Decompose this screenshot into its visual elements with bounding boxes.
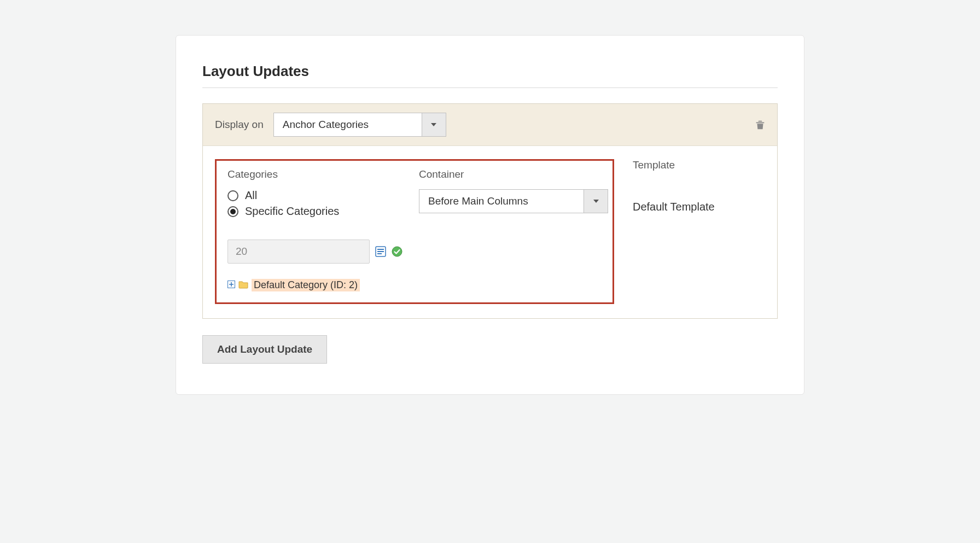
chooser-icon[interactable] [375, 246, 386, 258]
categories-label: Categories [228, 168, 392, 180]
template-value: Default Template [633, 201, 715, 213]
radio-all-label: All [245, 189, 257, 202]
svg-rect-3 [377, 253, 382, 254]
category-id-input[interactable] [228, 240, 370, 264]
folder-icon [238, 280, 248, 291]
template-label: Template [633, 159, 715, 171]
container-value: Before Main Columns [419, 190, 584, 213]
category-tree-node[interactable]: Default Category (ID: 2) [228, 279, 392, 291]
categories-column: Categories All Specific Categories [228, 168, 392, 291]
svg-point-4 [392, 247, 402, 256]
trash-icon[interactable] [753, 118, 767, 132]
svg-rect-1 [377, 249, 384, 250]
radio-specific[interactable]: Specific Categories [228, 205, 392, 218]
container-select[interactable]: Before Main Columns [419, 189, 608, 213]
display-on-label: Display on [215, 119, 264, 131]
divider [202, 87, 778, 88]
chevron-down-icon[interactable] [584, 190, 608, 213]
radio-icon [228, 190, 238, 201]
layout-update-body: Categories All Specific Categories [203, 146, 777, 318]
section-title: Layout Updates [202, 63, 778, 87]
layout-update-header: Display on Anchor Categories [203, 104, 777, 146]
check-circle-icon[interactable] [392, 246, 402, 258]
category-id-row [228, 240, 392, 264]
tree-node-label: Default Category (ID: 2) [252, 279, 360, 291]
template-column: Template Default Template [614, 159, 715, 304]
add-layout-update-button[interactable]: Add Layout Update [202, 335, 327, 364]
radio-icon [228, 206, 238, 217]
container-column: Container Before Main Columns [419, 168, 608, 291]
highlighted-region: Categories All Specific Categories [215, 159, 614, 304]
chevron-down-icon[interactable] [422, 113, 446, 136]
container-label: Container [419, 168, 608, 180]
expand-plus-icon[interactable] [228, 281, 235, 290]
display-on-select[interactable]: Anchor Categories [273, 113, 446, 137]
display-on-value: Anchor Categories [274, 113, 422, 136]
layout-update-block: Display on Anchor Categories Categories … [202, 103, 778, 319]
svg-rect-2 [377, 251, 384, 252]
radio-specific-label: Specific Categories [245, 205, 339, 218]
layout-updates-card: Layout Updates Display on Anchor Categor… [176, 35, 804, 395]
radio-all[interactable]: All [228, 189, 392, 202]
